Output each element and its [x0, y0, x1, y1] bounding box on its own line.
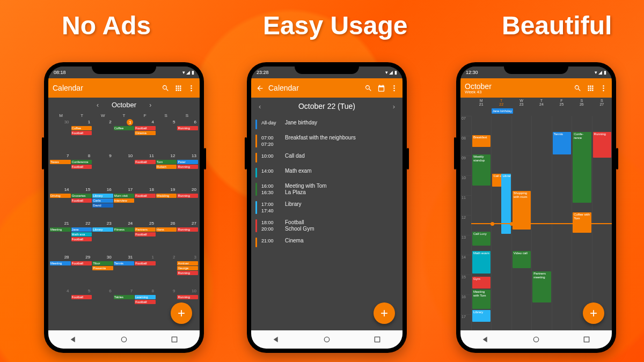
event-chip[interactable]: Football	[71, 261, 92, 265]
event-chip[interactable]: Driving	[50, 194, 71, 198]
grid-icon[interactable]	[174, 84, 182, 92]
month-cell[interactable]: 18Football	[135, 187, 156, 220]
month-cell[interactable]: 7Tables	[114, 288, 135, 321]
month-cell[interactable]: 1Football	[135, 254, 156, 287]
week-dow[interactable]: F25	[552, 99, 572, 106]
month-cell[interactable]: 3Coffee	[114, 119, 135, 152]
search-icon[interactable]	[364, 84, 372, 92]
agenda-row[interactable]: 16:0016:30Meeting with TomLa Plaza	[251, 180, 402, 198]
fab-add-button[interactable]: +	[171, 302, 192, 324]
agenda-row[interactable]: 07:0007:20Breakfast with the neighbours	[251, 132, 402, 150]
event-chip[interactable]: Math exa	[71, 232, 92, 237]
month-cell[interactable]: 15GroceriesFootball	[71, 187, 92, 220]
more-icon[interactable]	[599, 84, 608, 92]
month-cell[interactable]: 11Football	[135, 153, 156, 186]
event-chip[interactable]: Football	[71, 165, 92, 169]
event-chip[interactable]: Running	[177, 165, 198, 169]
event-chip[interactable]: Tom	[156, 160, 177, 164]
nav-home-icon[interactable]	[532, 335, 540, 344]
week-body[interactable]: M21T22W23T24F25S26S27 Jane birthday 0708…	[460, 98, 612, 330]
nav-recent-icon[interactable]	[373, 335, 382, 344]
event-chip[interactable]: Football	[71, 198, 92, 203]
week-event[interactable]: Call Lucy	[472, 232, 491, 246]
month-cell[interactable]: 30TiborPresenta	[92, 254, 113, 287]
month-cell[interactable]: 16LibraryCarlaDavid	[92, 187, 113, 220]
week-dow[interactable]: W23	[511, 99, 531, 106]
month-grid[interactable]: 301CoffeeFootball23Coffee4FootballCinema…	[48, 119, 200, 321]
week-dow[interactable]: S26	[572, 99, 591, 106]
month-cell[interactable]: 14Driving	[50, 187, 71, 220]
event-chip[interactable]: Library	[92, 194, 113, 198]
month-cell[interactable]: 30	[50, 119, 71, 152]
month-cell[interactable]: 9	[92, 153, 113, 186]
grid-icon[interactable]	[586, 84, 595, 92]
month-cell[interactable]: 24Fitness	[114, 220, 135, 254]
week-event[interactable]: Breakfast	[472, 135, 491, 147]
more-icon[interactable]	[187, 84, 195, 92]
nav-recent-icon[interactable]	[170, 335, 179, 344]
month-cell[interactable]: 6	[92, 288, 113, 321]
week-event[interactable]: Library	[501, 174, 510, 234]
event-chip[interactable]: Running	[177, 295, 198, 299]
more-icon[interactable]	[390, 84, 398, 92]
event-chip[interactable]: Football	[71, 131, 92, 135]
month-cell[interactable]: 4	[50, 288, 71, 321]
event-chip[interactable]: Running	[177, 227, 198, 232]
allday-event[interactable]: Jane birthday	[492, 108, 513, 114]
event-chip[interactable]: Carla	[92, 198, 113, 203]
agenda-row[interactable]: 17:0017:40Library	[251, 198, 402, 217]
event-chip[interactable]: Tennis	[114, 261, 135, 265]
month-cell[interactable]: 2	[92, 119, 113, 152]
month-cell[interactable]: 4FootballCinema	[135, 119, 156, 152]
event-chip[interactable]: Learning	[135, 295, 156, 299]
event-chip[interactable]: Library	[92, 227, 113, 232]
month-cell[interactable]: 3AnniverGeorgeRunning	[177, 254, 198, 287]
event-chip[interactable]: Conference	[71, 160, 92, 164]
month-cell[interactable]: 19Wedding	[156, 187, 177, 220]
month-cell[interactable]: 6Running	[177, 119, 198, 152]
month-cell[interactable]: 8LearningFootball	[135, 288, 156, 321]
event-chip[interactable]: Peter	[177, 160, 198, 164]
week-dow[interactable]: T22	[491, 99, 511, 106]
week-event[interactable]: Video call	[513, 251, 531, 268]
event-chip[interactable]: Football	[135, 300, 156, 304]
event-chip[interactable]: Partners	[135, 227, 156, 232]
month-cell[interactable]: 27Running	[177, 220, 198, 254]
month-cell[interactable]: 2	[156, 254, 177, 287]
back-icon[interactable]	[255, 84, 264, 92]
week-dow[interactable]: M21	[471, 99, 491, 106]
month-cell[interactable]: 29Football	[71, 254, 92, 287]
week-event[interactable]: Partners meeting	[532, 271, 551, 302]
month-cell[interactable]: 26Hans	[156, 220, 177, 254]
week-event[interactable]: Tennis	[553, 132, 571, 154]
event-chip[interactable]: Presenta	[92, 266, 113, 270]
month-cell[interactable]: 13PeterRunning	[177, 153, 198, 186]
agenda-row[interactable]: 18:0020:00FootballSchool Gym	[251, 217, 402, 235]
event-chip[interactable]: George	[177, 266, 198, 270]
agenda-row[interactable]: 10:00Call dad	[251, 150, 402, 165]
event-chip[interactable]: Football	[135, 160, 156, 164]
event-chip[interactable]: Running	[177, 126, 198, 130]
event-chip[interactable]: David	[92, 203, 113, 208]
month-cell[interactable]: 20Running	[177, 187, 198, 220]
week-event[interactable]: Math exam	[472, 251, 491, 274]
event-chip[interactable]: Football	[135, 261, 156, 265]
month-cell[interactable]: 17Mom visitInterview	[114, 187, 135, 220]
nav-recent-icon[interactable]	[582, 335, 591, 344]
week-event[interactable]: Library	[472, 310, 491, 322]
event-chip[interactable]: Taxes	[50, 160, 71, 164]
week-dow[interactable]: T24	[531, 99, 551, 106]
prev-day-icon[interactable]: ‹	[259, 102, 261, 110]
event-chip[interactable]: Robert	[156, 165, 177, 169]
month-cell[interactable]: 28Meeting	[50, 254, 71, 287]
event-chip[interactable]: Running	[177, 194, 198, 198]
week-event[interactable]: Confe-rence	[573, 132, 591, 203]
agenda-row[interactable]: 14:00Math exam	[251, 165, 402, 180]
week-event[interactable]: Weekly standup	[472, 154, 491, 186]
month-body[interactable]: ‹ October › MTWTFSS 301CoffeeFootball23C…	[48, 98, 200, 330]
week-event[interactable]: Coffee with Tom	[573, 212, 591, 233]
month-cell[interactable]: 1CoffeeFootball	[71, 119, 92, 152]
month-cell[interactable]: 23Library	[92, 220, 113, 254]
fab-add-button[interactable]: +	[374, 302, 395, 324]
event-chip[interactable]: Anniver	[177, 261, 198, 265]
